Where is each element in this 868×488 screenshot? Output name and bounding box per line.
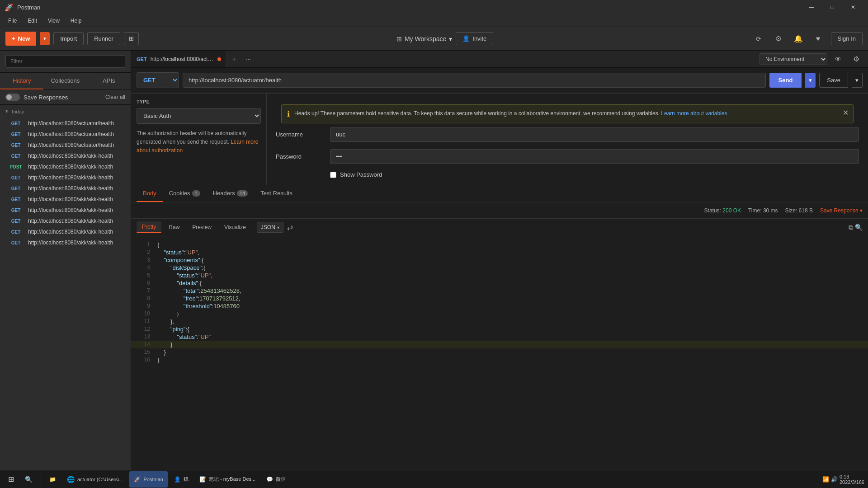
workspace-button[interactable]: ⊞ My Workspace ▾ — [396, 35, 452, 42]
taskbar-user-label: 稳 — [184, 476, 189, 483]
new-button[interactable]: + New — [5, 32, 36, 46]
time-label: Time: 30 ms — [748, 207, 778, 214]
search-button[interactable]: 🔍 — [20, 471, 37, 488]
menu-help[interactable]: Help — [66, 16, 86, 26]
tab-apis[interactable]: APIs — [87, 73, 131, 89]
save-response-button[interactable]: Save Response ▾ — [820, 207, 863, 214]
new-tab-button[interactable]: + — [227, 51, 241, 67]
method-select[interactable]: GET POST PUT DELETE — [137, 72, 179, 88]
visualize-tab[interactable]: Visualize — [219, 222, 251, 233]
collection-run-button[interactable]: ⊞ — [124, 32, 139, 45]
save-responses-label: Save Responses — [24, 94, 68, 101]
clear-all-button[interactable]: Clear all — [105, 94, 125, 100]
save-dropdown-button[interactable]: ▾ — [852, 73, 863, 88]
list-item[interactable]: GET http://localhost:8080/akk/akk-health — [5, 172, 125, 183]
taskbar-user[interactable]: 👤 稳 — [170, 471, 193, 488]
notifications-icon-btn[interactable]: 🔔 — [791, 32, 806, 46]
learn-more-auth-link[interactable]: Learn more about authorization — [137, 139, 259, 154]
taskbar-browser[interactable]: 🌐 actuator (C:\Users\... — [62, 471, 127, 488]
env-settings-button[interactable]: ⚙ — [849, 52, 863, 66]
menu-file[interactable]: File — [4, 16, 21, 26]
start-button[interactable]: ⊞ — [4, 471, 19, 488]
list-item[interactable]: GET http://localhost:8080/akk/akk-health — [5, 183, 125, 194]
tab-cookies[interactable]: Cookies1 — [163, 185, 207, 202]
taskbar-browser-label: actuator (C:\Users\... — [77, 477, 123, 482]
copy-response-button[interactable]: ⧉ — [849, 224, 853, 231]
auth-right-panel: ℹ Heads up! These parameters hold sensit… — [267, 94, 868, 185]
title-bar: 🚀 Postman — □ ✕ — [0, 0, 868, 14]
heart-icon-btn[interactable]: ♥ — [811, 32, 826, 46]
settings-icon-btn[interactable]: ⚙ — [771, 32, 786, 46]
tab-collections[interactable]: Collections — [43, 73, 87, 89]
sidebar-actions: Save Responses Clear all — [0, 90, 131, 105]
minimize-button[interactable]: — — [801, 0, 822, 14]
pretty-tab[interactable]: Pretty — [137, 221, 161, 233]
url-input[interactable] — [183, 73, 766, 88]
new-dropdown-button[interactable]: ▾ — [40, 32, 50, 45]
list-item[interactable]: GET http://localhost:8080/akk/akk-health — [5, 216, 125, 226]
tab-body[interactable]: Body — [137, 185, 163, 202]
username-input[interactable] — [330, 127, 859, 142]
save-button[interactable]: Save — [819, 73, 848, 88]
history-url: http://localhost:8080/akk/akk-health — [28, 174, 113, 181]
main-layout: History Collections APIs Save Responses … — [0, 51, 868, 474]
env-peek-button[interactable]: 👁 — [831, 52, 845, 66]
taskbar-notes[interactable]: 📝 笔记 - myBase Des... — [195, 471, 260, 488]
method-badge: GET — [7, 132, 24, 137]
runner-button[interactable]: Runner — [87, 32, 120, 45]
taskbar-time: 0:132022/3/166 — [840, 474, 864, 485]
toolbar: + New ▾ Import Runner ⊞ ⊞ My Workspace ▾… — [0, 27, 868, 51]
plus-icon: + — [12, 35, 15, 42]
wrap-button[interactable]: ⇄ — [287, 223, 293, 232]
notice-close-button[interactable]: ✕ — [843, 108, 849, 117]
save-responses-toggle[interactable] — [5, 94, 20, 101]
raw-tab[interactable]: Raw — [163, 222, 185, 233]
json-line-9: 9 "threshold": 10485760 — [131, 302, 868, 310]
request-tab[interactable]: GET http://localhost:8080/actuator/... — [131, 51, 227, 67]
send-button[interactable]: Send — [769, 73, 802, 88]
send-dropdown-button[interactable]: ▾ — [805, 73, 816, 88]
show-password-checkbox[interactable] — [330, 172, 336, 178]
taskbar-wechat[interactable]: 💬 微信 — [262, 471, 290, 488]
invite-button[interactable]: 👤 Invite — [456, 32, 493, 45]
menu-edit[interactable]: Edit — [23, 16, 42, 26]
list-item[interactable]: GET http://localhost:8080/akk/akk-health — [5, 237, 125, 248]
environment-select[interactable]: No Environment — [760, 53, 827, 65]
json-line-7: 7 "total": 254813462528, — [131, 287, 868, 295]
sign-in-button[interactable]: Sign In — [831, 32, 863, 45]
menu-view[interactable]: View — [43, 16, 64, 26]
auth-type-select[interactable]: Basic Auth Bearer Token API Key No Auth — [137, 108, 261, 124]
taskbar-postman[interactable]: 🚀 Postman — [129, 471, 167, 488]
close-button[interactable]: ✕ — [843, 0, 863, 14]
tab-test-results[interactable]: Test Results — [254, 185, 299, 202]
learn-more-variables-link[interactable]: Learn more about variables — [661, 110, 727, 117]
tab-history[interactable]: History — [0, 73, 43, 89]
status-label: Status: 200 OK — [704, 207, 741, 214]
import-button[interactable]: Import — [53, 32, 84, 45]
today-label[interactable]: ▾ Today — [5, 108, 125, 114]
list-item[interactable]: GET http://localhost:8080/actuator/healt… — [5, 140, 125, 150]
more-tabs-button[interactable]: ··· — [241, 51, 256, 67]
search-response-button[interactable]: 🔍 — [855, 224, 863, 231]
size-value: 618 B — [799, 207, 813, 214]
list-item[interactable]: POST http://localhost:8080/akk/akk-healt… — [5, 161, 125, 172]
maximize-button[interactable]: □ — [822, 0, 843, 14]
preview-tab[interactable]: Preview — [187, 222, 217, 233]
list-item[interactable]: GET http://localhost:8080/akk/akk-health — [5, 194, 125, 205]
list-item[interactable]: GET http://localhost:8080/akk/akk-health — [5, 205, 125, 216]
list-item[interactable]: GET http://localhost:8080/akk/akk-health — [5, 150, 125, 161]
filter-input[interactable] — [5, 55, 125, 68]
app-title: Postman — [17, 4, 40, 11]
taskbar-file-explorer[interactable]: 📁 — [45, 471, 61, 488]
history-url: http://localhost:8080/akk/akk-health — [28, 239, 113, 246]
taskbar-notes-label: 笔记 - myBase Des... — [209, 476, 255, 483]
workspace-label: My Workspace — [405, 35, 446, 42]
list-item[interactable]: GET http://localhost:8080/actuator/healt… — [5, 129, 125, 140]
tab-headers[interactable]: Headers14 — [207, 185, 254, 202]
menu-bar: File Edit View Help — [0, 14, 868, 27]
list-item[interactable]: GET http://localhost:8080/actuator/healt… — [5, 118, 125, 129]
show-password-label[interactable]: Show Password — [340, 171, 382, 178]
sync-icon-btn[interactable]: ⟳ — [751, 32, 766, 46]
list-item[interactable]: GET http://localhost:8080/akk/akk-health — [5, 226, 125, 237]
password-input[interactable] — [330, 149, 859, 164]
